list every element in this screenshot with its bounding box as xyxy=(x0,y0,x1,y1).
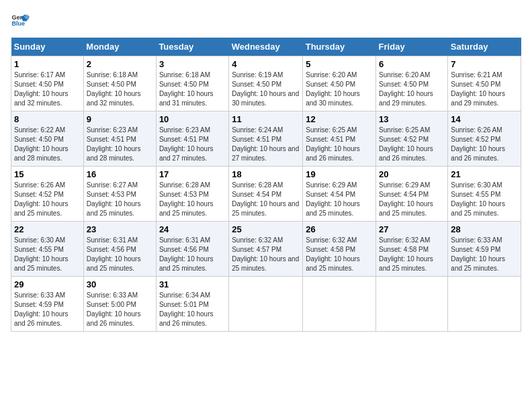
day-detail: Sunrise: 6:27 AMSunset: 4:53 PMDaylight:… xyxy=(87,181,153,218)
calendar-cell xyxy=(376,277,448,332)
header-sunday: Sunday xyxy=(11,38,84,56)
day-detail: Sunrise: 6:29 AMSunset: 4:54 PMDaylight:… xyxy=(379,181,445,218)
day-number: 23 xyxy=(87,224,153,234)
day-number: 26 xyxy=(306,224,373,234)
header-wednesday: Wednesday xyxy=(229,38,303,56)
day-detail: Sunrise: 6:23 AMSunset: 4:51 PMDaylight:… xyxy=(159,126,226,163)
calendar-cell: 17Sunrise: 6:28 AMSunset: 4:53 PMDayligh… xyxy=(156,167,228,222)
day-detail: Sunrise: 6:22 AMSunset: 4:50 PMDaylight:… xyxy=(14,126,81,163)
calendar-cell: 3Sunrise: 6:18 AMSunset: 4:50 PMDaylight… xyxy=(156,56,228,111)
day-detail: Sunrise: 6:25 AMSunset: 4:51 PMDaylight:… xyxy=(306,126,373,163)
logo-icon: General Blue xyxy=(11,11,30,30)
day-detail: Sunrise: 6:19 AMSunset: 4:50 PMDaylight:… xyxy=(232,71,300,108)
day-number: 24 xyxy=(159,224,226,234)
day-number: 12 xyxy=(306,114,373,124)
calendar-week-5: 29Sunrise: 6:33 AMSunset: 4:59 PMDayligh… xyxy=(11,277,521,332)
calendar-cell: 19Sunrise: 6:29 AMSunset: 4:54 PMDayligh… xyxy=(303,167,376,222)
calendar-cell: 29Sunrise: 6:33 AMSunset: 4:59 PMDayligh… xyxy=(11,277,84,332)
calendar-cell: 5Sunrise: 6:20 AMSunset: 4:50 PMDaylight… xyxy=(303,56,376,111)
calendar-week-1: 1Sunrise: 6:17 AMSunset: 4:50 PMDaylight… xyxy=(11,56,521,111)
day-detail: Sunrise: 6:17 AMSunset: 4:50 PMDaylight:… xyxy=(14,71,81,108)
day-number: 5 xyxy=(306,59,373,69)
day-number: 4 xyxy=(232,59,300,69)
calendar-week-4: 22Sunrise: 6:30 AMSunset: 4:55 PMDayligh… xyxy=(11,222,521,277)
calendar-cell: 2Sunrise: 6:18 AMSunset: 4:50 PMDaylight… xyxy=(83,56,156,111)
calendar-table: SundayMondayTuesdayWednesdayThursdayFrid… xyxy=(11,38,521,332)
calendar-cell: 9Sunrise: 6:23 AMSunset: 4:51 PMDaylight… xyxy=(83,111,156,167)
day-number: 28 xyxy=(451,224,518,234)
day-detail: Sunrise: 6:28 AMSunset: 4:53 PMDaylight:… xyxy=(159,181,226,218)
day-number: 29 xyxy=(14,279,81,289)
day-detail: Sunrise: 6:26 AMSunset: 4:52 PMDaylight:… xyxy=(451,126,518,163)
day-number: 14 xyxy=(451,114,518,124)
calendar-cell: 23Sunrise: 6:31 AMSunset: 4:56 PMDayligh… xyxy=(83,222,156,277)
calendar-cell: 1Sunrise: 6:17 AMSunset: 4:50 PMDaylight… xyxy=(11,56,84,111)
logo: General Blue xyxy=(11,11,32,30)
header-saturday: Saturday xyxy=(448,38,521,56)
calendar-week-3: 15Sunrise: 6:26 AMSunset: 4:52 PMDayligh… xyxy=(11,167,521,222)
calendar-cell: 10Sunrise: 6:23 AMSunset: 4:51 PMDayligh… xyxy=(156,111,228,167)
day-number: 20 xyxy=(379,169,445,179)
day-number: 6 xyxy=(379,59,445,69)
calendar-week-2: 8Sunrise: 6:22 AMSunset: 4:50 PMDaylight… xyxy=(11,111,521,167)
calendar-cell: 11Sunrise: 6:24 AMSunset: 4:51 PMDayligh… xyxy=(229,111,303,167)
calendar-cell: 8Sunrise: 6:22 AMSunset: 4:50 PMDaylight… xyxy=(11,111,84,167)
calendar-cell: 4Sunrise: 6:19 AMSunset: 4:50 PMDaylight… xyxy=(229,56,303,111)
day-number: 15 xyxy=(14,169,81,179)
calendar-cell: 22Sunrise: 6:30 AMSunset: 4:55 PMDayligh… xyxy=(11,222,84,277)
header-thursday: Thursday xyxy=(303,38,376,56)
day-detail: Sunrise: 6:29 AMSunset: 4:54 PMDaylight:… xyxy=(306,181,373,218)
day-number: 17 xyxy=(159,169,226,179)
day-number: 16 xyxy=(87,169,153,179)
calendar-cell xyxy=(303,277,376,332)
day-detail: Sunrise: 6:31 AMSunset: 4:56 PMDaylight:… xyxy=(87,236,153,273)
day-number: 13 xyxy=(379,114,445,124)
day-detail: Sunrise: 6:20 AMSunset: 4:50 PMDaylight:… xyxy=(306,71,373,108)
calendar-cell: 21Sunrise: 6:30 AMSunset: 4:55 PMDayligh… xyxy=(448,167,521,222)
day-detail: Sunrise: 6:32 AMSunset: 4:58 PMDaylight:… xyxy=(379,236,445,273)
calendar-cell: 27Sunrise: 6:32 AMSunset: 4:58 PMDayligh… xyxy=(376,222,448,277)
day-detail: Sunrise: 6:33 AMSunset: 4:59 PMDaylight:… xyxy=(14,291,81,328)
day-number: 8 xyxy=(14,114,81,124)
day-number: 31 xyxy=(159,279,226,289)
day-number: 25 xyxy=(232,224,300,234)
day-number: 7 xyxy=(451,59,518,69)
day-number: 18 xyxy=(232,169,300,179)
header-friday: Friday xyxy=(376,38,448,56)
day-detail: Sunrise: 6:20 AMSunset: 4:50 PMDaylight:… xyxy=(379,71,445,108)
day-detail: Sunrise: 6:32 AMSunset: 4:57 PMDaylight:… xyxy=(232,236,300,273)
calendar-cell: 6Sunrise: 6:20 AMSunset: 4:50 PMDaylight… xyxy=(376,56,448,111)
calendar-cell xyxy=(229,277,303,332)
day-number: 11 xyxy=(232,114,300,124)
day-number: 19 xyxy=(306,169,373,179)
calendar-cell: 15Sunrise: 6:26 AMSunset: 4:52 PMDayligh… xyxy=(11,167,84,222)
day-detail: Sunrise: 6:30 AMSunset: 4:55 PMDaylight:… xyxy=(14,236,81,273)
calendar-cell: 14Sunrise: 6:26 AMSunset: 4:52 PMDayligh… xyxy=(448,111,521,167)
calendar-cell: 25Sunrise: 6:32 AMSunset: 4:57 PMDayligh… xyxy=(229,222,303,277)
header-monday: Monday xyxy=(83,38,156,56)
calendar-cell: 31Sunrise: 6:34 AMSunset: 5:01 PMDayligh… xyxy=(156,277,228,332)
calendar-cell: 18Sunrise: 6:28 AMSunset: 4:54 PMDayligh… xyxy=(229,167,303,222)
day-detail: Sunrise: 6:26 AMSunset: 4:52 PMDaylight:… xyxy=(14,181,81,218)
day-detail: Sunrise: 6:30 AMSunset: 4:55 PMDaylight:… xyxy=(451,181,518,218)
day-detail: Sunrise: 6:33 AMSunset: 4:59 PMDaylight:… xyxy=(451,236,518,273)
day-detail: Sunrise: 6:34 AMSunset: 5:01 PMDaylight:… xyxy=(159,291,226,328)
day-number: 22 xyxy=(14,224,81,234)
day-number: 9 xyxy=(87,114,153,124)
calendar-cell: 28Sunrise: 6:33 AMSunset: 4:59 PMDayligh… xyxy=(448,222,521,277)
calendar-cell xyxy=(448,277,521,332)
calendar-cell: 20Sunrise: 6:29 AMSunset: 4:54 PMDayligh… xyxy=(376,167,448,222)
day-detail: Sunrise: 6:25 AMSunset: 4:52 PMDaylight:… xyxy=(379,126,445,163)
day-number: 21 xyxy=(451,169,518,179)
day-number: 3 xyxy=(159,59,226,69)
day-number: 30 xyxy=(87,279,153,289)
day-detail: Sunrise: 6:31 AMSunset: 4:56 PMDaylight:… xyxy=(159,236,226,273)
calendar-cell: 26Sunrise: 6:32 AMSunset: 4:58 PMDayligh… xyxy=(303,222,376,277)
svg-text:Blue: Blue xyxy=(11,20,25,27)
day-detail: Sunrise: 6:33 AMSunset: 5:00 PMDaylight:… xyxy=(87,291,153,328)
day-detail: Sunrise: 6:21 AMSunset: 4:50 PMDaylight:… xyxy=(451,71,518,108)
page-header: General Blue xyxy=(11,11,521,30)
calendar-cell: 16Sunrise: 6:27 AMSunset: 4:53 PMDayligh… xyxy=(83,167,156,222)
day-number: 1 xyxy=(14,59,81,69)
day-number: 27 xyxy=(379,224,445,234)
